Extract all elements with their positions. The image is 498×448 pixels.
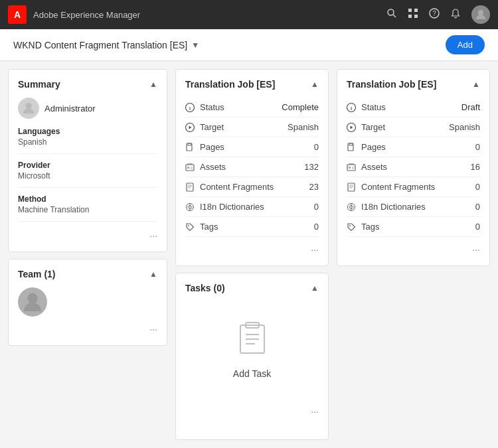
team-more-icon[interactable]: ··· bbox=[149, 324, 157, 335]
job1-pages-row: Pages 0 bbox=[185, 137, 319, 157]
sidebar: Summary ▲ Administrator Languages Spanis… bbox=[8, 69, 167, 440]
adobe-logo[interactable]: A bbox=[8, 5, 27, 24]
team-collapse-icon[interactable]: ▲ bbox=[149, 269, 157, 279]
fragments-icon-1 bbox=[185, 183, 195, 192]
search-icon[interactable] bbox=[386, 8, 397, 21]
job1-assets-label: Assets bbox=[200, 162, 226, 172]
job1-target-value: Spanish bbox=[288, 122, 319, 132]
provider-label: Provider bbox=[18, 161, 157, 170]
i18n-icon-2 bbox=[347, 202, 356, 212]
job2-more-icon[interactable]: ··· bbox=[472, 244, 480, 255]
tags-icon-2 bbox=[347, 222, 356, 232]
svg-rect-3 bbox=[414, 9, 418, 12]
svg-marker-36 bbox=[351, 125, 353, 129]
svg-marker-14 bbox=[189, 125, 192, 129]
job2-pages-value: 0 bbox=[475, 142, 480, 152]
job1-target-label: Target bbox=[200, 122, 224, 132]
job1-tags-value: 0 bbox=[314, 222, 319, 232]
svg-text:i: i bbox=[351, 105, 352, 111]
nav-left: A Adobe Experience Manager bbox=[8, 5, 140, 24]
svg-rect-40 bbox=[349, 167, 351, 169]
nav-right: ? bbox=[386, 5, 490, 24]
method-value: Machine Translation bbox=[18, 205, 157, 214]
add-button[interactable]: Add bbox=[446, 35, 485, 54]
job1-tags-label: Tags bbox=[200, 222, 218, 232]
summary-collapse-icon[interactable]: ▲ bbox=[149, 80, 157, 89]
svg-point-49 bbox=[349, 225, 351, 226]
tasks-add-label: Add Task bbox=[233, 368, 271, 379]
job1-header: Translation Job [ES] ▲ bbox=[185, 79, 319, 90]
job1-pages-label: Pages bbox=[200, 142, 224, 152]
summary-header: Summary ▲ bbox=[18, 79, 157, 90]
user-avatar[interactable] bbox=[471, 5, 490, 24]
job2-target-value: Spanish bbox=[449, 122, 480, 132]
team-header: Team (1) ▲ bbox=[18, 269, 157, 279]
svg-rect-21 bbox=[187, 183, 193, 191]
column-left: Translation Job [ES] ▲ i Status Complete bbox=[175, 69, 329, 440]
svg-rect-2 bbox=[408, 9, 412, 12]
column-right: Translation Job [ES] ▲ i Status Draft bbox=[337, 69, 490, 440]
job2-collapse-icon[interactable]: ▲ bbox=[472, 80, 480, 89]
job1-more-icon[interactable]: ··· bbox=[311, 244, 319, 255]
svg-point-27 bbox=[188, 225, 189, 226]
job1-assets-row: Assets 132 bbox=[185, 157, 319, 177]
job2-tags-value: 0 bbox=[475, 222, 480, 232]
languages-value: Spanish bbox=[18, 137, 157, 147]
top-nav: A Adobe Experience Manager ? bbox=[0, 0, 498, 29]
svg-rect-5 bbox=[414, 15, 418, 18]
job2-title: Translation Job [ES] bbox=[347, 79, 436, 90]
job2-header: Translation Job [ES] ▲ bbox=[347, 79, 480, 90]
tasks-header: Tasks (0) ▲ bbox=[185, 283, 319, 293]
job2-assets-row: Assets 16 bbox=[347, 157, 480, 177]
method-label: Method bbox=[18, 194, 157, 204]
pages-icon-2 bbox=[347, 143, 356, 152]
job2-assets-label: Assets bbox=[361, 162, 387, 172]
svg-text:?: ? bbox=[432, 10, 436, 17]
i18n-icon-1 bbox=[185, 202, 195, 212]
right-content: Translation Job [ES] ▲ i Status Complete bbox=[175, 69, 490, 440]
tasks-more-icon[interactable]: ··· bbox=[311, 406, 319, 417]
admin-row: Administrator bbox=[18, 98, 157, 119]
svg-rect-39 bbox=[347, 165, 355, 171]
tasks-title: Tasks (0) bbox=[185, 283, 225, 293]
svg-rect-38 bbox=[349, 143, 353, 145]
team-member bbox=[18, 287, 157, 317]
sub-header: WKND Content Fragment Translation [ES] ▼… bbox=[0, 29, 498, 61]
play-icon-1 bbox=[185, 123, 195, 132]
svg-rect-16 bbox=[188, 143, 191, 145]
job2-i18n-label: I18n Dictionaries bbox=[361, 202, 426, 212]
job2-assets-value: 16 bbox=[471, 162, 480, 172]
job1-i18n-row: I18n Dictionaries 0 bbox=[185, 197, 319, 217]
sub-header-title-group: WKND Content Fragment Translation [ES] ▼ bbox=[13, 40, 199, 50]
svg-point-9 bbox=[25, 103, 32, 110]
tags-icon-1 bbox=[185, 222, 195, 232]
help-icon[interactable]: ? bbox=[429, 8, 440, 21]
translation-job-2: Translation Job [ES] ▲ i Status Draft bbox=[337, 69, 490, 266]
svg-point-10 bbox=[27, 293, 37, 303]
svg-point-0 bbox=[388, 9, 394, 15]
job1-collapse-icon[interactable]: ▲ bbox=[311, 80, 319, 89]
bell-icon[interactable] bbox=[450, 8, 461, 21]
chevron-down-icon[interactable]: ▼ bbox=[191, 40, 199, 50]
translation-job-1: Translation Job [ES] ▲ i Status Complete bbox=[175, 69, 329, 266]
grid-icon[interactable] bbox=[408, 8, 418, 21]
job2-i18n-row: I18n Dictionaries 0 bbox=[347, 197, 480, 217]
summary-more-icon[interactable]: ··· bbox=[149, 230, 157, 241]
job1-fragments-row: Content Fragments 23 bbox=[185, 177, 319, 197]
team-title: Team (1) bbox=[18, 269, 56, 279]
job2-status-label: Status bbox=[361, 102, 386, 112]
svg-point-8 bbox=[478, 10, 483, 15]
tasks-collapse-icon[interactable]: ▲ bbox=[311, 283, 319, 293]
job1-status-value: Complete bbox=[282, 102, 319, 112]
admin-avatar bbox=[18, 98, 39, 119]
job2-status-value: Draft bbox=[461, 102, 480, 112]
job1-i18n-label: I18n Dictionaries bbox=[200, 202, 264, 212]
svg-rect-18 bbox=[187, 167, 189, 169]
app-title: Adobe Experience Manager bbox=[33, 10, 140, 20]
job1-title: Translation Job [ES] bbox=[185, 79, 275, 90]
info-icon-1: i bbox=[185, 103, 195, 112]
job1-assets-value: 132 bbox=[304, 162, 319, 172]
job2-fragments-row: Content Fragments 0 bbox=[347, 177, 480, 197]
svg-rect-17 bbox=[186, 165, 194, 171]
job2-fragments-label: Content Fragments bbox=[361, 182, 435, 192]
